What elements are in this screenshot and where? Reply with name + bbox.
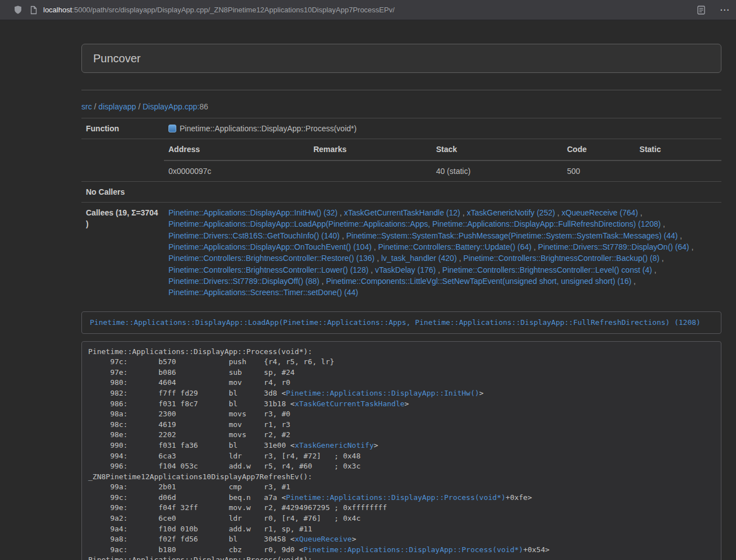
callee-separator: , bbox=[337, 208, 344, 217]
callee-link[interactable]: Pinetime::Controllers::BrightnessControl… bbox=[463, 254, 659, 263]
callee-separator: , bbox=[340, 231, 346, 240]
function-type-icon bbox=[168, 125, 176, 132]
stats-header: Stack bbox=[432, 139, 563, 160]
page-header: Puncover bbox=[81, 44, 721, 73]
stats-value: 40 (static) bbox=[432, 160, 563, 181]
table-row: Callees (19, Σ=3704 ) Pinetime::Applicat… bbox=[81, 203, 721, 303]
callee-link[interactable]: Pinetime::Applications::DisplayApp::Init… bbox=[168, 208, 337, 217]
table-row: Function Pinetime::Applications::Display… bbox=[81, 118, 721, 139]
browser-chrome: localhost:5000/path/src/displayapp/Displ… bbox=[0, 0, 736, 20]
menu-icon[interactable]: ⋯ bbox=[720, 5, 729, 15]
callee-link[interactable]: Pinetime::Controllers::BrightnessControl… bbox=[442, 265, 652, 274]
stats-value: 500 bbox=[563, 160, 635, 181]
url-path: :5000/path/src/displayapp/DisplayApp.cpp… bbox=[72, 6, 395, 14]
callee-link[interactable]: lv_task_handler (420) bbox=[381, 254, 457, 263]
callees-label: Callees (19, Σ=3704 ) bbox=[81, 203, 164, 303]
stats-value: 0x0000097c bbox=[164, 160, 309, 181]
breadcrumb: src / displayapp / DisplayApp.cpp:86 bbox=[81, 102, 721, 111]
stats-header: Address bbox=[164, 139, 309, 160]
stats-header: Code bbox=[563, 139, 635, 160]
disassembly: Pinetime::Applications::DisplayApp::Proc… bbox=[81, 341, 721, 560]
function-cell: Pinetime::Applications::DisplayApp::Proc… bbox=[164, 118, 721, 139]
stats-table: AddressRemarksStackCodeStatic0x0000097c4… bbox=[164, 139, 721, 181]
callee-link[interactable]: Pinetime::Drivers::Cst816S::GetTouchInfo… bbox=[168, 231, 340, 240]
function-table: Function Pinetime::Applications::Display… bbox=[81, 118, 721, 303]
callee-separator: , bbox=[689, 242, 694, 251]
callee-separator: , bbox=[678, 231, 682, 240]
callee-separator: , bbox=[661, 219, 665, 228]
stats-header-row: AddressRemarksStackCodeStatic bbox=[164, 139, 721, 160]
breadcrumb-link[interactable]: src bbox=[81, 102, 92, 111]
symbol-panel: Pinetime::Applications::DisplayApp::Load… bbox=[81, 311, 721, 334]
code-symbol-link[interactable]: xQueueReceive bbox=[295, 535, 352, 543]
callee-link[interactable]: Pinetime::Applications::DisplayApp::Load… bbox=[168, 219, 661, 228]
shield-icon[interactable] bbox=[13, 5, 22, 15]
callee-separator: , bbox=[368, 265, 375, 274]
callee-separator: , bbox=[460, 208, 467, 217]
stats-header: Static bbox=[635, 139, 721, 160]
callee-separator: , bbox=[374, 254, 381, 263]
callee-separator: , bbox=[457, 254, 464, 263]
callee-link[interactable]: xTaskGenericNotify (252) bbox=[467, 208, 555, 217]
table-row: AddressRemarksStackCodeStatic0x0000097c4… bbox=[81, 139, 721, 182]
symbol-link[interactable]: Pinetime::Applications::DisplayApp::Load… bbox=[90, 318, 701, 327]
breadcrumb-separator: / bbox=[92, 102, 99, 111]
stats-cell: AddressRemarksStackCodeStatic0x0000097c4… bbox=[164, 139, 721, 182]
callee-link[interactable]: Pinetime::Components::LittleVgl::SetNewT… bbox=[326, 277, 632, 286]
breadcrumb-link[interactable]: displayapp bbox=[98, 102, 136, 111]
callee-link[interactable]: Pinetime::Drivers::St7789::DisplayOn() (… bbox=[538, 242, 689, 251]
callee-link[interactable]: xQueueReceive (764) bbox=[561, 208, 638, 217]
callee-link[interactable]: Pinetime::Controllers::BrightnessControl… bbox=[168, 254, 374, 263]
code-symbol-link[interactable]: xTaskGetCurrentTaskHandle bbox=[295, 400, 405, 408]
callee-separator: , bbox=[319, 277, 326, 286]
code-symbol-link[interactable]: Pinetime::Applications::DisplayApp::Proc… bbox=[286, 493, 505, 502]
breadcrumb-separator: / bbox=[136, 102, 143, 111]
stats-header: Remarks bbox=[309, 139, 431, 160]
callee-separator: , bbox=[436, 265, 442, 274]
function-name: Pinetime::Applications::DisplayApp::Proc… bbox=[180, 124, 356, 133]
callee-separator: , bbox=[632, 277, 636, 286]
code-symbol-link[interactable]: xTaskGenericNotify bbox=[295, 441, 374, 449]
code-symbol-link[interactable]: Pinetime::Applications::DisplayApp::Proc… bbox=[304, 545, 523, 554]
callee-link[interactable]: Pinetime::Applications::Screens::Timer::… bbox=[168, 288, 358, 297]
callee-separator: , bbox=[555, 208, 562, 217]
callee-separator: , bbox=[638, 208, 642, 217]
callee-link[interactable]: Pinetime::Drivers::St7789::DisplayOff() … bbox=[168, 277, 319, 286]
breadcrumb-line-number: 86 bbox=[199, 102, 208, 111]
url-bar[interactable]: localhost:5000/path/src/displayapp/Displ… bbox=[43, 6, 697, 14]
page-content: Puncover src / displayapp / DisplayApp.c… bbox=[81, 44, 721, 560]
stats-value-row: 0x0000097c40 (static)500 bbox=[164, 160, 721, 181]
callee-link[interactable]: Pinetime::Controllers::Battery::Update()… bbox=[378, 242, 532, 251]
callee-link[interactable]: xTaskGetCurrentTaskHandle (12) bbox=[344, 208, 460, 217]
callee-separator: , bbox=[532, 242, 538, 251]
site-identity-icon[interactable] bbox=[30, 6, 38, 15]
callee-separator: , bbox=[372, 242, 378, 251]
callee-link[interactable]: Pinetime::System::SystemTask::PushMessag… bbox=[346, 231, 678, 240]
url-host: localhost bbox=[43, 6, 72, 14]
function-label: Function bbox=[81, 118, 164, 139]
no-callers-label: No Callers bbox=[81, 181, 164, 202]
stats-value bbox=[309, 160, 431, 181]
divider bbox=[81, 90, 721, 90]
callee-link[interactable]: vTaskDelay (176) bbox=[375, 265, 436, 274]
callee-link[interactable]: Pinetime::Controllers::BrightnessControl… bbox=[168, 265, 368, 274]
no-callers-cell bbox=[164, 181, 721, 202]
reader-view-icon[interactable] bbox=[697, 6, 705, 15]
breadcrumb-link[interactable]: DisplayApp.cpp: bbox=[143, 102, 199, 111]
callee-separator: , bbox=[652, 265, 656, 274]
table-row: No Callers bbox=[81, 181, 721, 202]
callee-link[interactable]: Pinetime::Applications::DisplayApp::OnTo… bbox=[168, 242, 372, 251]
callees-list: Pinetime::Applications::DisplayApp::Init… bbox=[164, 203, 721, 303]
page-title: Puncover bbox=[93, 52, 141, 65]
callee-separator: , bbox=[660, 254, 664, 263]
stats-value bbox=[635, 160, 721, 181]
stats-row-label bbox=[81, 139, 164, 182]
code-symbol-link[interactable]: Pinetime::Applications::DisplayApp::Init… bbox=[286, 389, 479, 397]
